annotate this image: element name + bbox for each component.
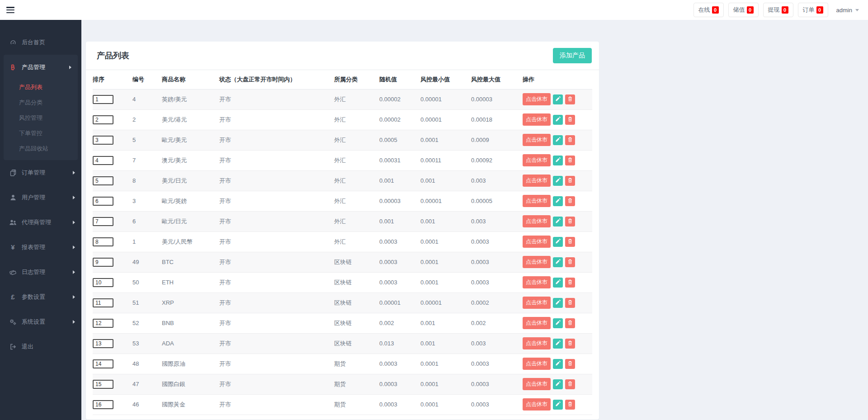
sidebar-item-system[interactable]: 系统设置 xyxy=(0,309,81,334)
sort-input[interactable] xyxy=(93,95,113,104)
sidebar-item-label: 日志管理 xyxy=(22,268,45,276)
close-market-button[interactable]: 点击休市 xyxy=(523,113,551,126)
sidebar-item-logout[interactable]: 退出 xyxy=(0,334,81,359)
sidebar-item-logs[interactable]: 日志管理 xyxy=(0,260,81,284)
delete-button[interactable] xyxy=(565,196,575,206)
sort-input[interactable] xyxy=(93,136,113,145)
delete-button[interactable] xyxy=(565,237,575,247)
delete-button[interactable] xyxy=(565,115,575,125)
edit-button[interactable] xyxy=(553,156,563,165)
sidebar-item-agents[interactable]: 代理商管理 xyxy=(0,210,81,235)
edit-button[interactable] xyxy=(553,196,563,206)
close-market-button[interactable]: 点击休市 xyxy=(523,398,551,411)
delete-button[interactable] xyxy=(565,298,575,308)
close-market-button[interactable]: 点击休市 xyxy=(523,317,551,329)
product-status: 开市 xyxy=(219,272,334,293)
sort-input[interactable] xyxy=(93,380,113,389)
sort-input[interactable] xyxy=(93,258,113,267)
close-market-button[interactable]: 点击休市 xyxy=(523,215,551,227)
product-category: 外汇 xyxy=(334,109,379,130)
sort-input[interactable] xyxy=(93,115,113,124)
pencil-icon xyxy=(555,381,561,387)
sidebar-item-products[interactable]: 产品管理 xyxy=(4,55,78,80)
sort-input[interactable] xyxy=(93,339,113,348)
stat-count-badge: 0 xyxy=(747,6,754,14)
close-market-button[interactable]: 点击休市 xyxy=(523,93,551,105)
topbar-stat-3[interactable]: 提现0 xyxy=(763,3,793,17)
sidebar-subitem-products-2[interactable]: 产品分类 xyxy=(4,95,78,110)
close-market-button[interactable]: 点击休市 xyxy=(523,175,551,187)
hamburger-menu-icon[interactable] xyxy=(6,7,14,13)
sort-input[interactable] xyxy=(93,156,113,165)
sort-input[interactable] xyxy=(93,217,113,226)
edit-button[interactable] xyxy=(553,379,563,389)
sidebar-item-home[interactable]: 后台首页 xyxy=(0,30,81,55)
edit-button[interactable] xyxy=(553,115,563,125)
delete-button[interactable] xyxy=(565,339,575,349)
edit-button[interactable] xyxy=(553,339,563,349)
delete-button[interactable] xyxy=(565,278,575,288)
edit-button[interactable] xyxy=(553,237,563,247)
edit-button[interactable] xyxy=(553,135,563,145)
delete-button[interactable] xyxy=(565,400,575,410)
delete-button[interactable] xyxy=(565,94,575,104)
close-market-button[interactable]: 点击休市 xyxy=(523,236,551,248)
sort-input[interactable] xyxy=(93,359,113,368)
sidebar-subitem-products-3[interactable]: 风控管理 xyxy=(4,110,78,126)
logout-icon xyxy=(9,343,17,350)
delete-button[interactable] xyxy=(565,176,575,186)
topbar-stat-1[interactable]: 在线0 xyxy=(693,3,724,17)
sort-input[interactable] xyxy=(93,197,113,206)
edit-button[interactable] xyxy=(553,298,563,308)
sidebar-subitem-products-1[interactable]: 产品列表 xyxy=(4,80,78,95)
delete-button[interactable] xyxy=(565,379,575,389)
edit-button[interactable] xyxy=(553,400,563,410)
product-status: 开市 xyxy=(219,374,334,394)
close-market-button[interactable]: 点击休市 xyxy=(523,256,551,268)
delete-button[interactable] xyxy=(565,135,575,145)
risk-max-value: 0.002 xyxy=(471,313,523,333)
sidebar-subitem-products-4[interactable]: 下单管控 xyxy=(4,126,78,141)
close-market-button[interactable]: 点击休市 xyxy=(523,297,551,309)
sidebar-subitem-products-5[interactable]: 产品回收站 xyxy=(4,141,78,156)
sort-input[interactable] xyxy=(93,400,113,409)
product-name: ADA xyxy=(162,333,219,354)
topbar-stat-2[interactable]: 储值0 xyxy=(728,3,759,17)
close-market-button[interactable]: 点击休市 xyxy=(523,134,551,146)
edit-button[interactable] xyxy=(553,318,563,328)
product-status: 开市 xyxy=(219,170,334,191)
sort-input[interactable] xyxy=(93,176,113,185)
sidebar-item-orders[interactable]: 订单管理 xyxy=(0,160,81,185)
sidebar-item-params[interactable]: £参数设置 xyxy=(0,284,81,309)
edit-button[interactable] xyxy=(553,359,563,369)
topbar-stat-4[interactable]: 订单0 xyxy=(798,3,828,17)
delete-button[interactable] xyxy=(565,257,575,267)
close-market-button[interactable]: 点击休市 xyxy=(523,378,551,390)
edit-button[interactable] xyxy=(553,176,563,186)
delete-button[interactable] xyxy=(565,359,575,369)
edit-button[interactable] xyxy=(553,257,563,267)
sidebar-item-reports[interactable]: ¥报表管理 xyxy=(0,235,81,260)
row-actions: 点击休市 xyxy=(523,378,592,390)
delete-button[interactable] xyxy=(565,217,575,227)
product-category: 外汇 xyxy=(334,170,379,191)
risk-min-value: 0.0001 xyxy=(420,231,471,252)
edit-button[interactable] xyxy=(553,278,563,288)
close-market-button[interactable]: 点击休市 xyxy=(523,337,551,349)
add-product-button[interactable]: 添加产品 xyxy=(553,48,592,63)
sort-input[interactable] xyxy=(93,298,113,307)
close-market-button[interactable]: 点击休市 xyxy=(523,195,551,207)
sort-input[interactable] xyxy=(93,278,113,287)
sort-input[interactable] xyxy=(93,237,113,246)
admin-dropdown[interactable]: admin xyxy=(836,7,859,14)
edit-button[interactable] xyxy=(553,94,563,104)
delete-button[interactable] xyxy=(565,156,575,165)
close-market-button[interactable]: 点击休市 xyxy=(523,276,551,288)
close-market-button[interactable]: 点击休市 xyxy=(523,358,551,370)
sidebar-item-users[interactable]: 用户管理 xyxy=(0,185,81,210)
close-market-button[interactable]: 点击休市 xyxy=(523,154,551,166)
delete-button[interactable] xyxy=(565,318,575,328)
product-name: 澳元/美元 xyxy=(162,150,219,170)
sort-input[interactable] xyxy=(93,319,113,328)
edit-button[interactable] xyxy=(553,217,563,227)
